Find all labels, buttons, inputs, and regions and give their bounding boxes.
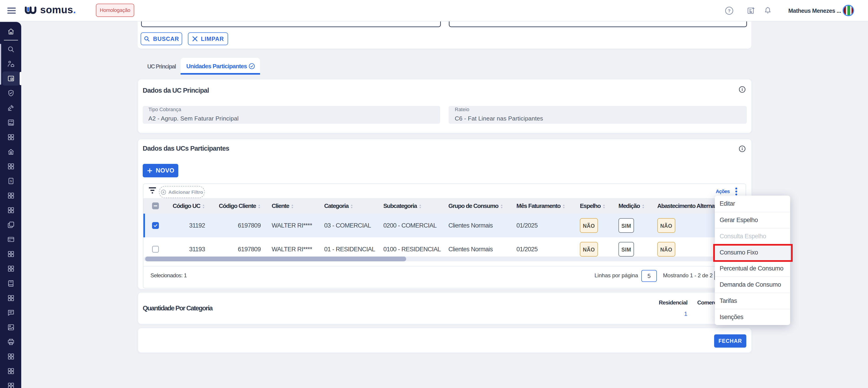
svg-text:$: $	[10, 180, 12, 183]
svg-text:?: ?	[728, 8, 731, 13]
